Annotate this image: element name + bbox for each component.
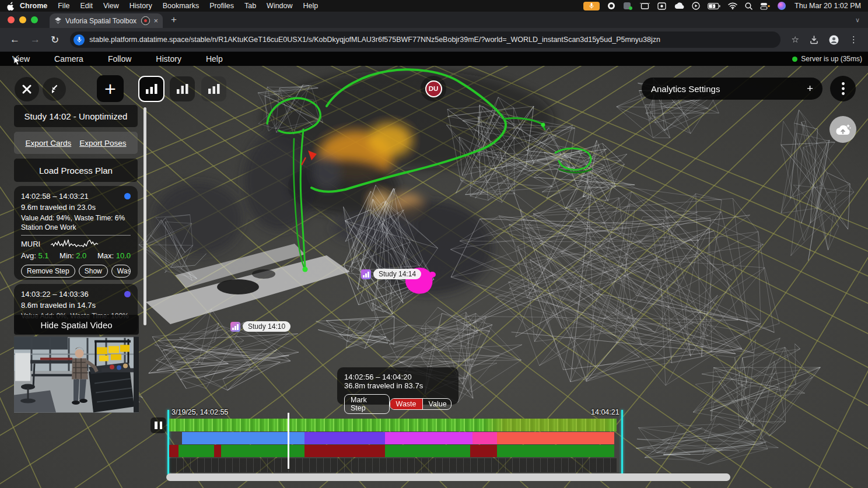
screen-share-icon[interactable] <box>640 2 650 10</box>
siri-icon[interactable] <box>778 2 786 10</box>
app-menu-history[interactable]: History <box>144 54 194 64</box>
timeline-segment[interactable] <box>304 445 385 457</box>
timeline-activity-row[interactable] <box>169 432 617 444</box>
close-window-button[interactable] <box>8 16 15 23</box>
window-controls[interactable] <box>0 16 38 23</box>
timeline-selection-end-handle[interactable] <box>621 410 623 475</box>
timeline[interactable] <box>169 419 617 472</box>
photos-icon[interactable] <box>657 2 666 10</box>
hide-spatial-video-button[interactable]: Hide Spatial Video <box>14 315 139 335</box>
study-1414-label[interactable]: Study 14:14 <box>373 269 421 279</box>
minimize-window-button[interactable] <box>19 16 26 23</box>
tab-close-icon[interactable]: × <box>153 17 158 24</box>
menu-chrome[interactable]: Chrome <box>15 2 52 10</box>
timeline-segment[interactable] <box>178 445 214 457</box>
new-tab-button[interactable]: + <box>171 14 177 26</box>
forward-button[interactable]: → <box>25 34 46 45</box>
export-cards-link[interactable]: Export Cards <box>25 139 71 148</box>
timeline-frame-strip[interactable] <box>169 458 617 472</box>
control-center-icon[interactable] <box>760 2 770 10</box>
user-avatar[interactable]: DU <box>421 76 446 101</box>
minimize-pointer-button[interactable] <box>43 78 66 101</box>
study-1414-marker[interactable]: Study 14:14 <box>361 269 421 279</box>
waste-toggle[interactable]: Waste <box>112 265 131 277</box>
record-status-icon[interactable] <box>607 2 615 10</box>
timeline-waste-row[interactable] <box>169 445 617 457</box>
app-menu-camera[interactable]: Camera <box>42 54 96 64</box>
analytics-settings-bar[interactable]: Analytics Settings + <box>642 78 822 100</box>
downloads-icon[interactable] <box>804 36 824 44</box>
close-analytics-button[interactable] <box>15 77 39 101</box>
browser-tab[interactable]: Vuforia Spatial Toolbox × <box>50 13 163 28</box>
timeline-playhead[interactable] <box>288 413 289 469</box>
timeline-segment[interactable] <box>497 432 614 444</box>
menu-profiles[interactable]: Profiles <box>204 2 239 10</box>
chart-view-button-2[interactable] <box>170 76 195 101</box>
menu-help[interactable]: Help <box>298 2 324 10</box>
menu-tab[interactable]: Tab <box>239 2 261 10</box>
study-1410-label[interactable]: Study 14:10 <box>243 321 290 332</box>
timeline-scrollbar[interactable] <box>166 473 730 481</box>
chart-view-button-1[interactable] <box>138 76 164 102</box>
timeline-segment[interactable] <box>385 445 470 457</box>
zoom-window-button[interactable] <box>31 16 38 23</box>
step-card-1[interactable]: 14:02:58 – 14:03:21 9.6m traveled in 23.… <box>14 186 138 280</box>
bookmark-star-icon[interactable]: ☆ <box>786 34 804 45</box>
app-badge-icon[interactable] <box>623 2 632 10</box>
app-menu-help[interactable]: Help <box>194 54 235 64</box>
chart-view-button-3[interactable] <box>201 76 226 101</box>
timeline-segment[interactable] <box>214 445 221 457</box>
remove-step-button[interactable]: Remove Step <box>21 265 75 278</box>
timeline-segment[interactable] <box>169 445 178 457</box>
menu-history[interactable]: History <box>124 2 158 10</box>
timeline-segment[interactable] <box>182 432 304 444</box>
panel-scrollbar[interactable] <box>144 107 146 325</box>
waste-value-selector[interactable]: Waste Value <box>390 398 452 410</box>
url-text[interactable]: stable.platform.datatime.space/stable/n/… <box>89 36 660 44</box>
step1-color-dot[interactable] <box>124 193 131 199</box>
timeline-segment[interactable] <box>385 432 473 444</box>
cloud-icon[interactable] <box>674 2 684 9</box>
menu-edit[interactable]: Edit <box>75 2 98 10</box>
timeline-segment[interactable] <box>221 445 304 457</box>
timeline-segment[interactable] <box>497 445 614 457</box>
step2-color-dot[interactable] <box>124 291 131 297</box>
cloud-upload-button[interactable] <box>830 116 856 143</box>
timeline-segment[interactable] <box>470 445 497 457</box>
apple-logo-icon[interactable] <box>7 2 15 10</box>
battery-icon[interactable] <box>708 3 720 9</box>
address-bar[interactable]: stable.platform.datatime.space/stable/n/… <box>70 31 780 48</box>
more-options-button[interactable] <box>830 76 856 101</box>
menu-bookmarks[interactable]: Bookmarks <box>158 2 205 10</box>
analytics-add-icon[interactable]: + <box>807 82 813 95</box>
play-circle-icon[interactable] <box>692 2 700 10</box>
tab-recording-icon[interactable] <box>141 16 150 25</box>
pause-button[interactable] <box>150 417 166 433</box>
back-button[interactable]: ← <box>5 34 25 45</box>
site-mic-permission-icon[interactable] <box>74 34 85 45</box>
menu-window[interactable]: Window <box>261 2 298 10</box>
wifi-icon[interactable] <box>728 2 737 9</box>
timeline-segment[interactable] <box>304 432 385 444</box>
menu-file[interactable]: File <box>52 2 75 10</box>
reload-button[interactable]: ↻ <box>46 34 64 46</box>
mic-active-icon[interactable] <box>583 2 600 10</box>
mark-step-button[interactable]: Mark Step <box>344 394 390 414</box>
tab-list-chevron-icon[interactable]: ∨ <box>855 16 860 24</box>
menu-clock[interactable]: Thu Mar 20 1:02 PM <box>794 2 861 10</box>
study-1410-marker[interactable]: Study 14:10 <box>230 321 290 332</box>
show-button[interactable]: Show <box>79 265 108 278</box>
timeline-segment[interactable] <box>473 432 497 444</box>
add-analytics-button[interactable]: + <box>97 75 124 102</box>
spotlight-search-icon[interactable] <box>745 2 752 10</box>
spatial-video-thumbnail[interactable] <box>14 336 139 413</box>
waste-value-toggle[interactable]: Waste Value <box>111 265 131 278</box>
menu-view[interactable]: View <box>98 2 124 10</box>
export-poses-link[interactable]: Export Poses <box>79 139 126 148</box>
waste-option[interactable]: Waste <box>390 399 422 409</box>
load-process-plan-button[interactable]: Load Process Plan <box>14 159 138 182</box>
app-menu-follow[interactable]: Follow <box>96 54 144 64</box>
timeline-motion-row[interactable] <box>169 419 617 431</box>
browser-menu-kebab-icon[interactable]: ⋮ <box>844 34 863 45</box>
profile-avatar-icon[interactable] <box>824 35 844 45</box>
